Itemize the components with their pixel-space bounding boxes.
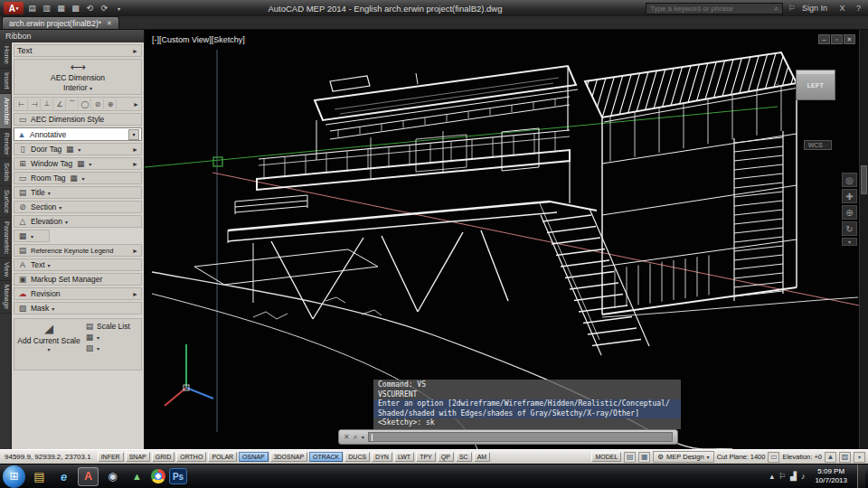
status-toggle-button[interactable]: TPY [416, 452, 436, 462]
elevation-display[interactable]: Elevation: +0 [782, 453, 822, 461]
flyout-arrow-icon[interactable]: ► [133, 101, 139, 108]
dimension-tool-button[interactable]: ∠ [54, 99, 66, 109]
dimension-tool-button[interactable]: ⊢ [16, 99, 28, 109]
palette-caption[interactable]: Ribbon [0, 30, 144, 42]
help-button[interactable]: ? [853, 3, 864, 14]
command-search-icon[interactable]: ⌕ [354, 432, 358, 442]
close-icon[interactable]: ✕ [344, 433, 350, 441]
start-button[interactable]: ⊞ [3, 465, 25, 488]
status-toggle-button[interactable]: OSNAP [239, 452, 269, 462]
status-toggle-button[interactable]: LWT [394, 452, 414, 462]
add-current-scale-button[interactable]: ◢ Add Current Scale ▾ [16, 322, 81, 367]
annotation-scale-combo[interactable]: ▲ Annotative ▾ [14, 127, 142, 141]
ribbon-tab[interactable]: View [0, 258, 11, 281]
layout-icon[interactable]: ▤ [624, 452, 636, 463]
annotation-visibility-icon[interactable]: ▲ [825, 452, 836, 463]
flyout-arrow-icon[interactable]: ► [132, 146, 138, 153]
command-input-field[interactable] [368, 432, 673, 442]
quick-access-dropdown[interactable]: ▾ [113, 3, 125, 14]
status-toggle-button[interactable]: ORTHO [176, 452, 206, 462]
save-button[interactable]: ▦ [55, 3, 67, 14]
search-icon[interactable]: ⌕ [774, 4, 778, 14]
ribbon-tab[interactable]: Solids [0, 159, 11, 185]
chevron-down-icon[interactable]: ▾ [65, 219, 68, 225]
drawing-viewport[interactable]: [-][Custom View][Sketchy] – ▫ ✕ [145, 30, 868, 449]
grip-point[interactable] [213, 157, 222, 166]
title-button[interactable]: ▤ Title ▾ [14, 186, 142, 199]
sign-in-button[interactable]: Sign In ▾ [802, 4, 832, 13]
dimension-tool-button[interactable]: ⊘ [92, 99, 104, 109]
markup-set-manager-button[interactable]: ▣ Markup Set Manager [14, 273, 142, 286]
aec-dimension-button[interactable]: ⟷ AEC Dimension Interior ▾ [14, 59, 142, 95]
status-toggle-button[interactable]: OTRACK [309, 452, 343, 462]
dimension-tool-button[interactable]: ⊣ [29, 99, 41, 109]
flyout-arrow-icon[interactable]: ► [132, 161, 138, 167]
chevron-down-icon[interactable]: ▾ [78, 146, 80, 153]
clean-screen-icon[interactable]: ▨ [839, 452, 851, 463]
status-toggle-button[interactable]: 3DOSNAP [270, 452, 307, 462]
chevron-down-icon[interactable]: ▾ [48, 262, 51, 268]
autocad-icon[interactable]: A [78, 467, 99, 486]
volume-icon[interactable]: ♪ [801, 472, 806, 481]
text-panel-header[interactable]: Text ► [14, 44, 142, 57]
taskbar-clock[interactable]: 5:09 PM 10/7/2013 [809, 467, 853, 484]
chevron-down-icon[interactable]: ▾ [82, 175, 85, 182]
window-tag-button[interactable]: ⊞ Window Tag ▦ ▾ ► [14, 157, 142, 170]
search-input[interactable] [650, 5, 771, 13]
viewport-controls-label[interactable]: [-][Custom View][Sketchy] [152, 35, 245, 44]
exchange-apps-button[interactable]: X [836, 3, 848, 14]
door-tag-button[interactable]: ▯ Door Tag ▦ ▾ ► [14, 143, 142, 155]
undo-button[interactable]: ⟲ [84, 3, 96, 14]
status-toggle-button[interactable]: DUCS [344, 452, 370, 462]
viewcube-face[interactable]: LEFT [796, 70, 835, 100]
workspace-switcher[interactable]: ⚙ MEP Design ▾ [653, 451, 713, 463]
room-tag-button[interactable]: ▭ Room Tag ▦ ▾ [14, 172, 142, 184]
reference-keynote-button[interactable]: ▤ Reference Keynote Legend ► [14, 244, 142, 257]
scale-list-button[interactable]: ▤ Scale List [84, 322, 139, 331]
status-toggle-button[interactable]: DYN [372, 452, 392, 462]
open-button[interactable]: ▥ [41, 3, 52, 14]
zoom-icon[interactable]: ⊕ [842, 205, 857, 220]
scrollbar-thumb[interactable] [861, 165, 867, 194]
status-menu-icon[interactable]: ▾ [854, 452, 865, 463]
wcs-menu[interactable]: WCS ▾ [804, 140, 832, 150]
ucs-icon[interactable] [165, 344, 213, 406]
chevron-down-icon[interactable]: ▾ [48, 190, 51, 196]
scale-sync-button[interactable]: ▦ ▾ [84, 333, 139, 342]
app-menu-button[interactable]: A ▾ [4, 2, 24, 14]
text-tool-button[interactable]: A Text ▾ [14, 258, 142, 271]
flyout-arrow-icon[interactable]: ► [132, 291, 138, 297]
aec-dimension-style-button[interactable]: ▭ AEC Dimension Style [14, 113, 142, 126]
status-toggle-button[interactable]: SC [456, 452, 472, 462]
browser-icon[interactable]: e [53, 467, 74, 486]
flyout-arrow-icon[interactable]: ► [132, 48, 138, 54]
communication-center-icon[interactable]: ⚐ [786, 3, 797, 14]
show-desktop-button[interactable] [857, 465, 865, 488]
redo-button[interactable]: ⟳ [99, 3, 110, 14]
dimension-tool-button[interactable]: ⌒ [67, 99, 79, 109]
flyout-arrow-icon[interactable]: ► [132, 248, 138, 254]
pan-icon[interactable]: ✚ [842, 189, 857, 203]
status-toggle-button[interactable]: INFER [98, 452, 124, 462]
cut-plane-display[interactable]: Cut Plane: 1400 [717, 453, 766, 461]
command-input-bar[interactable]: ✕ ⌕ ▾ [338, 429, 678, 445]
chevron-down-icon[interactable]: ▾ [89, 161, 91, 167]
ribbon-tab[interactable]: Home [0, 42, 11, 69]
quick-view-icon[interactable]: ▦ [638, 452, 650, 463]
steering-wheel-icon[interactable]: ◎ [842, 173, 857, 187]
restore-icon[interactable]: ▫ [831, 34, 843, 44]
status-toggle-button[interactable]: POLAR [208, 452, 237, 462]
status-toggle-button[interactable]: QP [438, 452, 454, 462]
new-button[interactable]: ▤ [26, 3, 38, 14]
document-tab[interactable]: arch.erwin project(finalB2)* ✕ [2, 16, 119, 29]
coordinates-display[interactable]: 94599.9, 92939.2, 23703.1 [3, 453, 96, 461]
chevron-down-icon[interactable]: ▾ [362, 434, 364, 440]
elevation-button[interactable]: △ Elevation ▾ [14, 215, 142, 228]
dimension-tool-button[interactable]: ⊕ [105, 99, 117, 109]
photoshop-icon[interactable]: Ps [169, 468, 187, 484]
revision-button[interactable]: ☁ Revision ► [14, 287, 142, 300]
dimension-tool-button[interactable]: ◯ [80, 99, 91, 109]
minimize-icon[interactable]: – [818, 34, 830, 44]
explorer-icon[interactable]: ▤ [29, 467, 50, 486]
home-icon[interactable]: ⌂ [774, 77, 779, 87]
